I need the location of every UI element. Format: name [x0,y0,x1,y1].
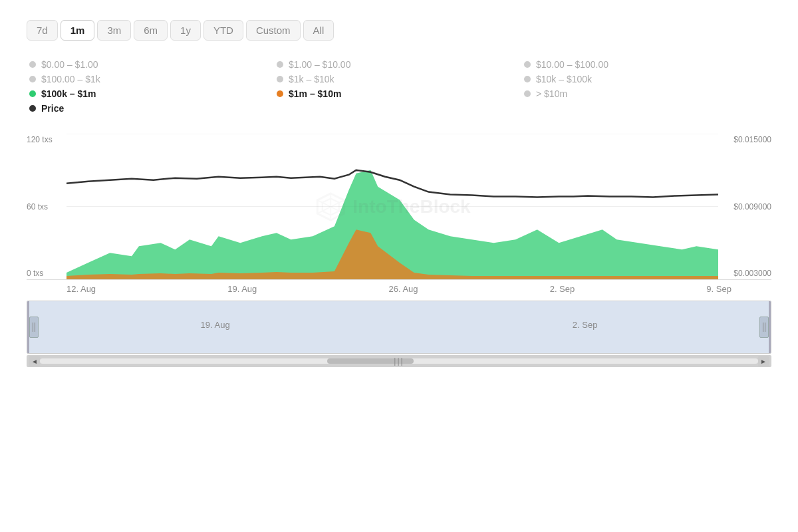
navigator: 19. Aug 2. Sep [27,301,771,354]
chart-svg-area: IntoTheBlock [66,134,718,279]
legend-item-1k-10k[interactable]: $1k – $10k [277,74,524,84]
legend-dot-price [29,105,36,112]
x-label-5: 9. Sep [706,284,732,294]
navigator-handle-right[interactable] [759,317,769,338]
x-label-1: 12. Aug [66,284,96,294]
legend-item-10k-100k[interactable]: $10k – $100k [524,74,771,84]
navigator-handle-left[interactable] [29,317,39,338]
legend: $0.00 – $1.00$1.00 – $10.00$10.00 – $100… [27,59,771,114]
y-label-mid-right: $0.009000 [718,202,771,211]
legend-item-100-1k[interactable]: $100.00 – $1k [29,74,277,84]
navigator-label-1: 19. Aug [201,320,230,330]
time-btn-custom[interactable]: Custom [246,20,301,41]
legend-dot-10-100 [524,61,531,68]
legend-dot-100k-1m [29,90,36,97]
legend-item-gt-10m[interactable]: > $10m [524,88,771,99]
x-axis: 12. Aug 19. Aug 26. Aug 2. Sep 9. Sep [27,280,771,294]
time-range-selector: 7d1m3m6m1yYTDCustomAll [27,20,771,41]
legend-label-0-1: $0.00 – $1.00 [41,59,98,70]
legend-dot-1k-10k [277,76,283,82]
chart-svg [66,134,718,279]
legend-dot-10k-100k [524,76,531,82]
x-label-4: 2. Sep [550,284,575,294]
legend-item-1-10[interactable]: $1.00 – $10.00 [277,59,524,70]
time-btn-1y[interactable]: 1y [170,20,201,41]
legend-item-price[interactable]: Price [29,103,277,114]
x-label-3: 26. Aug [388,284,418,294]
y-axis-right: $0.015000 $0.009000 $0.003000 [718,134,771,279]
navigator-labels: 19. Aug 2. Sep [29,301,769,330]
legend-item-0-1[interactable]: $0.00 – $1.00 [29,59,277,70]
legend-label-100-1k: $100.00 – $1k [41,74,100,84]
legend-label-100k-1m: $100k – $1m [41,88,96,99]
legend-label-gt-10m: > $10m [536,88,567,99]
y-label-mid-left: 60 txs [27,202,66,211]
legend-dot-gt-10m [524,90,531,97]
scrollbar[interactable]: ◄ ||| ► [27,355,771,367]
legend-label-1k-10k: $1k – $10k [289,74,334,84]
legend-label-1-10: $1.00 – $10.00 [289,59,350,70]
legend-item-10-100[interactable]: $10.00 – $100.00 [524,59,771,70]
time-btn-7d[interactable]: 7d [27,20,58,41]
legend-label-1m-10m: $1m – $10m [289,88,341,99]
y-label-top-left: 120 txs [27,135,66,144]
legend-item-100k-1m[interactable]: $100k – $1m [29,88,277,99]
x-label-2: 19. Aug [227,284,257,294]
time-btn-ytd[interactable]: YTD [203,20,243,41]
legend-dot-1-10 [277,61,283,68]
time-btn-3m[interactable]: 3m [97,20,131,41]
legend-item-1m-10m[interactable]: $1m – $10m [277,88,524,99]
legend-label-10-100: $10.00 – $100.00 [536,59,608,70]
scrollbar-right-arrow[interactable]: ► [758,356,769,366]
legend-dot-0-1 [29,61,36,68]
y-label-bot-right: $0.003000 [718,269,771,278]
legend-dot-1m-10m [277,90,283,97]
y-label-top-right: $0.015000 [718,135,771,144]
legend-dot-100-1k [29,76,36,82]
chart-area: 120 txs 60 txs 0 txs $0.015000 $0.009000… [27,134,771,280]
time-btn-6m[interactable]: 6m [134,20,168,41]
navigator-window: 19. Aug 2. Sep [27,301,771,353]
y-label-bot-left: 0 txs [27,269,66,278]
legend-label-10k-100k: $10k – $100k [536,74,592,84]
navigator-label-2: 2. Sep [573,320,598,330]
scrollbar-left-arrow[interactable]: ◄ [29,356,40,366]
y-axis-left: 120 txs 60 txs 0 txs [27,134,66,279]
time-btn-all[interactable]: All [303,20,334,41]
chart-wrapper: 120 txs 60 txs 0 txs $0.015000 $0.009000… [27,134,771,294]
legend-label-price: Price [41,103,64,114]
time-btn-1m[interactable]: 1m [61,20,95,41]
scrollbar-middle-handle[interactable]: ||| [394,356,404,366]
